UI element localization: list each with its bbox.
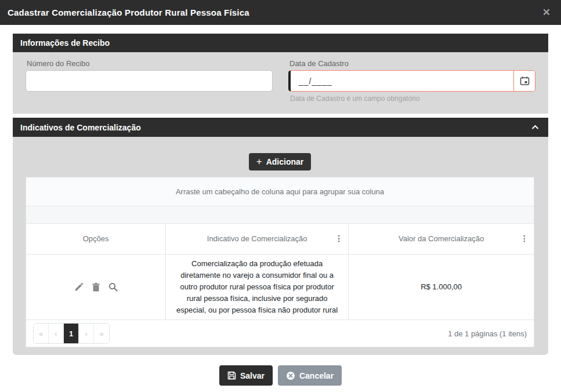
column-header-valor[interactable]: Valor da Comercialização ⋮ — [349, 224, 534, 254]
row-options-cell — [26, 254, 166, 320]
chevron-up-icon[interactable] — [531, 125, 539, 130]
section-informacoes-recibo-body: Número do Recibo Data de Cadastro __/___… — [13, 52, 548, 114]
data-cadastro-input-wrap: __/____ — [288, 70, 535, 92]
delete-trash-icon[interactable] — [92, 282, 100, 292]
grid-group-panel[interactable]: Arraste um cabeçalho de coluna aqui para… — [26, 177, 534, 206]
modal-cadastrar-comercializacao: Cadastrar Comercialização Produtor Rural… — [0, 0, 561, 392]
column-header-opcoes: Opções — [26, 224, 166, 254]
row-valor-cell: R$ 1.000,00 — [349, 254, 534, 320]
grid-group-hint: Arraste um cabeçalho de coluna aqui para… — [176, 187, 384, 196]
data-cadastro-error: Data de Cadastro é um campo obrigatório — [290, 95, 535, 103]
cancel-button-label: Cancelar — [299, 371, 334, 380]
pager-page-1-button[interactable]: 1 — [64, 324, 79, 343]
pager-first-button[interactable]: « — [34, 324, 49, 343]
pager-last-button[interactable]: » — [94, 324, 109, 343]
section-indicativos-title: Indicativos de Comercialização — [20, 123, 141, 132]
column-header-indicativo[interactable]: Indicativo de Comercialização ⋮ — [166, 224, 349, 254]
search-magnifier-icon[interactable] — [108, 282, 118, 292]
pager-info: 1 de 1 páginas (1 itens) — [448, 329, 527, 338]
grid-empty-band — [26, 206, 534, 224]
modal-titlebar: Cadastrar Comercialização Produtor Rural… — [0, 0, 561, 25]
comercializacao-grid: Arraste um cabeçalho de coluna aqui para… — [26, 177, 534, 347]
column-menu-icon[interactable]: ⋮ — [335, 237, 343, 241]
save-disk-icon — [227, 371, 236, 380]
numero-recibo-input[interactable] — [26, 70, 273, 92]
data-cadastro-field-group: Data de Cadastro __/____ Data de Cadastr… — [288, 59, 535, 114]
save-button[interactable]: Salvar — [219, 365, 273, 386]
calendar-picker-button[interactable] — [513, 71, 535, 91]
plus-icon: + — [256, 156, 262, 168]
close-icon[interactable]: ✕ — [542, 8, 551, 17]
grid-pager: « ‹ 1 › » 1 de 1 páginas (1 itens) — [26, 320, 534, 347]
adicionar-button[interactable]: + Adicionar — [249, 153, 312, 170]
edit-pencil-icon[interactable] — [74, 282, 84, 292]
grid-table: Opções Indicativo de Comercialização ⋮ V… — [26, 224, 534, 320]
section-informacoes-recibo-title: Informações de Recibo — [20, 38, 110, 48]
cancel-circle-x-icon — [286, 371, 295, 380]
numero-recibo-label: Número do Recibo — [27, 59, 273, 68]
grid-header-row: Opções Indicativo de Comercialização ⋮ V… — [26, 224, 534, 254]
data-cadastro-input[interactable]: __/____ — [291, 71, 513, 91]
row-indicativo-cell: Comercialização da produção efetuada dir… — [166, 254, 349, 320]
section-informacoes-recibo-header: Informações de Recibo — [13, 34, 548, 52]
save-button-label: Salvar — [240, 371, 265, 380]
section-indicativos-body: + Adicionar Arraste um cabeçalho de colu… — [13, 137, 548, 355]
column-menu-icon[interactable]: ⋮ — [520, 237, 529, 241]
calendar-icon — [520, 76, 530, 86]
modal-footer: Salvar Cancelar — [13, 365, 548, 386]
section-indicativos-header[interactable]: Indicativos de Comercialização — [13, 118, 548, 137]
data-cadastro-label: Data de Cadastro — [289, 59, 535, 68]
table-row: Comercialização da produção efetuada dir… — [26, 254, 534, 320]
adicionar-button-label: Adicionar — [266, 157, 304, 166]
pager-next-button[interactable]: › — [79, 324, 94, 343]
numero-recibo-field-group: Número do Recibo — [26, 59, 273, 114]
modal-title: Cadastrar Comercialização Produtor Rural… — [8, 8, 249, 17]
cancel-button[interactable]: Cancelar — [278, 365, 342, 386]
pager-buttons: « ‹ 1 › » — [33, 323, 110, 344]
pager-prev-button[interactable]: ‹ — [49, 324, 64, 343]
